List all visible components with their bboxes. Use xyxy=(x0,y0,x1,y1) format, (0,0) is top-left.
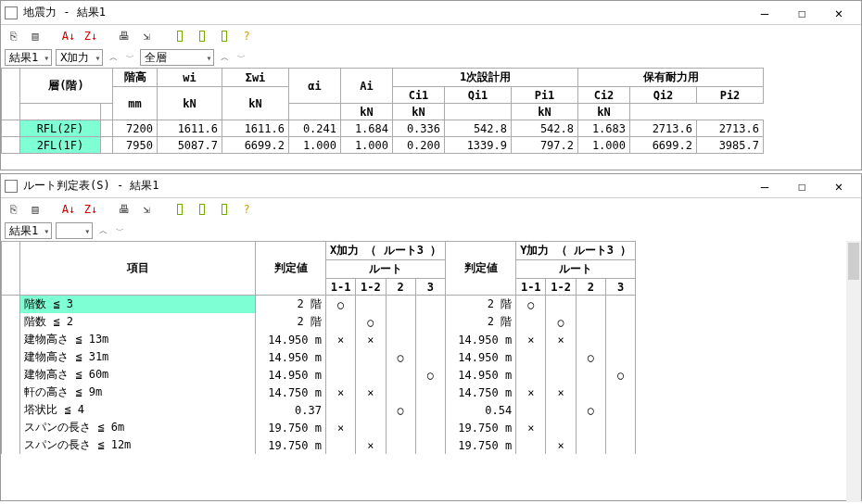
titlebar[interactable]: ルート判定表(S) - 結果1 — ☐ ✕ xyxy=(1,174,861,198)
cell-x xyxy=(386,419,415,436)
seismic-grid-scroll[interactable]: 層(階) 階高 wi Σwi αi Ai 1次設計用 保有耐力用 mm kN k… xyxy=(1,68,861,171)
window-title: ルート判定表(S) - 結果1 xyxy=(23,178,746,194)
export-icon[interactable]: ⇲ xyxy=(138,28,155,44)
minimize-button[interactable]: — xyxy=(746,3,783,23)
table-row[interactable]: 塔状比 ≦ 40.37○0.54○ xyxy=(2,401,664,419)
blank xyxy=(636,296,664,314)
cell-y xyxy=(546,296,576,314)
table-row[interactable]: 2FL(1F)79505087.76699.21.0001.0000.20013… xyxy=(2,137,764,154)
titlebar[interactable]: 地震力 - 結果1 — ☐ ✕ xyxy=(1,1,861,25)
table-row[interactable]: 軒の高さ ≦ 9m14.750 m××14.750 m×× xyxy=(2,384,664,401)
sort-desc-icon[interactable]: Z↓ xyxy=(82,201,99,218)
cell-valx: 14.950 m xyxy=(256,366,326,384)
grid1-icon[interactable] xyxy=(171,28,188,44)
unit-kN-5: kN xyxy=(512,104,578,120)
next-button[interactable]: ﹀ xyxy=(113,224,126,237)
row-header xyxy=(2,331,20,348)
cell: 1.683 xyxy=(578,120,630,137)
empty-select[interactable] xyxy=(56,222,93,239)
print-icon[interactable]: 🖶 xyxy=(116,28,133,44)
help-icon[interactable]: ? xyxy=(238,201,255,218)
table-row[interactable]: RFL(2F)72001611.61611.60.2411.6840.33654… xyxy=(2,120,764,137)
grid3-icon[interactable] xyxy=(216,28,233,44)
cell: RFL(2F) xyxy=(20,120,101,137)
prev-range-button[interactable]: ︿ xyxy=(218,51,231,64)
cell-x xyxy=(415,313,445,331)
chart-icon[interactable]: ▤ xyxy=(27,201,44,218)
minimize-button[interactable]: — xyxy=(746,176,783,196)
prev-button[interactable]: ︿ xyxy=(96,224,109,237)
close-button[interactable]: ✕ xyxy=(820,3,857,23)
col-Ai2: Ai xyxy=(341,69,393,104)
cell-y: ○ xyxy=(605,366,635,384)
cell-y xyxy=(546,419,576,436)
table-row[interactable]: 建物高さ ≦ 13m14.950 m××14.950 m×× xyxy=(2,331,664,348)
next-range-button[interactable]: ﹀ xyxy=(235,51,247,64)
grid3-icon[interactable] xyxy=(216,201,233,218)
print-icon[interactable]: 🖶 xyxy=(116,201,133,218)
cell-y xyxy=(605,313,635,331)
col-h: 階高 xyxy=(113,69,158,87)
next-dir-button[interactable]: ﹀ xyxy=(123,51,136,64)
grid2-icon[interactable] xyxy=(194,28,210,44)
export-icon[interactable]: ⇲ xyxy=(138,201,155,218)
cell: 1.000 xyxy=(289,137,341,154)
grid1-icon[interactable] xyxy=(171,201,188,218)
table-row[interactable]: 建物高さ ≦ 60m14.950 m○14.950 m○ xyxy=(2,366,664,384)
vertical-scrollbar[interactable] xyxy=(846,241,861,502)
filter-bar: 結果1 ︿ ﹀ xyxy=(1,220,861,241)
cell-item: 建物高さ ≦ 60m xyxy=(20,366,256,384)
col-y-12: 1-2 xyxy=(546,279,576,296)
cell-y: × xyxy=(516,331,546,348)
cell-item: 階数 ≦ 2 xyxy=(20,313,256,331)
cell-x: ○ xyxy=(386,348,415,366)
cell-y xyxy=(516,436,546,454)
table-row[interactable]: 階数 ≦ 32 階○2 階○ xyxy=(2,296,664,314)
cell-x xyxy=(356,419,386,436)
col-val-x: 判定値 xyxy=(256,242,326,296)
cell-valy: 14.950 m xyxy=(446,348,516,366)
cell-item: 階数 ≦ 3 xyxy=(20,296,256,314)
cell-y xyxy=(516,313,546,331)
cell-valy: 2 階 xyxy=(446,313,516,331)
maximize-button[interactable]: ☐ xyxy=(783,3,820,23)
cell-x: × xyxy=(326,419,356,436)
prev-dir-button[interactable]: ︿ xyxy=(107,51,120,64)
result-select[interactable]: 結果1 xyxy=(5,222,52,239)
cell-y xyxy=(546,366,576,384)
cell: 2713.6 xyxy=(630,120,697,137)
direction-select[interactable]: X加力 xyxy=(56,49,103,66)
table-row[interactable]: スパンの長さ ≦ 6m19.750 m×19.750 m× xyxy=(2,419,664,436)
cell-valy: 0.54 xyxy=(446,401,516,419)
route-grid-scroll[interactable]: 項目 判定値 X加力 （ ルート3 ） 判定値 Y加力 （ ルート3 ） ルート… xyxy=(1,241,861,502)
help-icon[interactable]: ? xyxy=(238,28,255,44)
scrollbar-thumb[interactable] xyxy=(848,243,859,280)
grid2-icon[interactable] xyxy=(194,201,210,218)
col-Pi1: Pi1 xyxy=(512,87,578,104)
cell-x xyxy=(356,401,386,419)
cell: 797.2 xyxy=(512,137,578,154)
window-title: 地震力 - 結果1 xyxy=(23,5,746,20)
close-button[interactable]: ✕ xyxy=(820,176,857,196)
maximize-button[interactable]: ☐ xyxy=(783,176,820,196)
sort-asc-icon[interactable]: A↓ xyxy=(60,28,77,44)
cell-y xyxy=(576,384,605,401)
copy-icon[interactable]: ⎘ xyxy=(5,28,21,44)
sort-asc-icon[interactable]: A↓ xyxy=(60,201,77,218)
copy-icon[interactable]: ⎘ xyxy=(5,201,21,218)
row-header xyxy=(2,419,20,436)
blank xyxy=(636,366,664,384)
cell-y xyxy=(516,366,546,384)
result-select[interactable]: 結果1 xyxy=(5,49,52,66)
table-row[interactable]: 建物高さ ≦ 31m14.950 m○14.950 m○ xyxy=(2,348,664,366)
range-select[interactable]: 全層 xyxy=(140,49,214,66)
table-row[interactable]: スパンの長さ ≦ 12m19.750 m×19.750 m× xyxy=(2,436,664,454)
sort-desc-icon[interactable]: Z↓ xyxy=(82,28,99,44)
blank xyxy=(445,104,512,120)
table-row[interactable]: 階数 ≦ 22 階○2 階○ xyxy=(2,313,664,331)
col-x-2: 2 xyxy=(386,279,415,296)
blank xyxy=(289,104,341,120)
chart-icon[interactable]: ▤ xyxy=(27,28,44,44)
cell-y xyxy=(576,296,605,314)
col-group-y: Y加力 （ ルート3 ） xyxy=(516,242,636,260)
